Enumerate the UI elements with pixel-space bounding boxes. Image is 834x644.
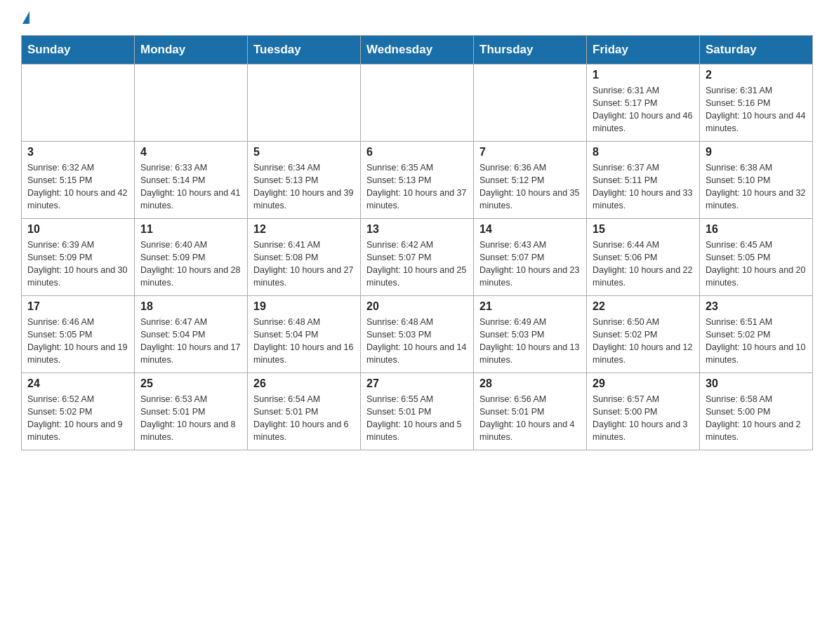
day-info: Sunrise: 6:43 AMSunset: 5:07 PMDaylight:…	[479, 239, 581, 290]
cell-week2-day1: 4Sunrise: 6:33 AMSunset: 5:14 PMDaylight…	[135, 142, 248, 219]
day-info: Sunrise: 6:52 AMSunset: 5:02 PMDaylight:…	[27, 393, 128, 444]
day-number: 23	[706, 300, 807, 313]
cell-week2-day2: 5Sunrise: 6:34 AMSunset: 5:13 PMDaylight…	[248, 142, 361, 219]
cell-week3-day2: 12Sunrise: 6:41 AMSunset: 5:08 PMDayligh…	[248, 219, 361, 296]
day-info: Sunrise: 6:40 AMSunset: 5:09 PMDaylight:…	[140, 239, 241, 290]
cell-week1-day3	[361, 65, 474, 142]
week-row-3: 10Sunrise: 6:39 AMSunset: 5:09 PMDayligh…	[22, 219, 813, 296]
cell-week3-day0: 10Sunrise: 6:39 AMSunset: 5:09 PMDayligh…	[22, 219, 135, 296]
cell-week4-day5: 22Sunrise: 6:50 AMSunset: 5:02 PMDayligh…	[587, 296, 700, 373]
day-number: 10	[27, 223, 128, 236]
day-number: 21	[479, 300, 581, 313]
weekday-header-row: Sunday Monday Tuesday Wednesday Thursday…	[22, 36, 813, 65]
logo	[21, 14, 29, 22]
day-info: Sunrise: 6:39 AMSunset: 5:09 PMDaylight:…	[27, 239, 128, 290]
header-thursday: Thursday	[474, 36, 587, 65]
day-number: 9	[706, 146, 807, 159]
day-info: Sunrise: 6:31 AMSunset: 5:17 PMDaylight:…	[593, 84, 694, 135]
cell-week5-day4: 28Sunrise: 6:56 AMSunset: 5:01 PMDayligh…	[474, 373, 587, 450]
cell-week3-day6: 16Sunrise: 6:45 AMSunset: 5:05 PMDayligh…	[700, 219, 813, 296]
header-friday: Friday	[587, 36, 700, 65]
day-number: 25	[140, 377, 241, 390]
day-number: 28	[479, 377, 581, 390]
day-number: 29	[593, 377, 694, 390]
calendar-table: Sunday Monday Tuesday Wednesday Thursday…	[21, 35, 813, 450]
cell-week4-day3: 20Sunrise: 6:48 AMSunset: 5:03 PMDayligh…	[361, 296, 474, 373]
day-info: Sunrise: 6:41 AMSunset: 5:08 PMDaylight:…	[253, 239, 355, 290]
cell-week5-day1: 25Sunrise: 6:53 AMSunset: 5:01 PMDayligh…	[135, 373, 248, 450]
day-info: Sunrise: 6:32 AMSunset: 5:15 PMDaylight:…	[27, 161, 128, 213]
day-number: 20	[366, 300, 468, 313]
day-info: Sunrise: 6:55 AMSunset: 5:01 PMDaylight:…	[366, 393, 468, 444]
page-header	[21, 14, 813, 22]
day-number: 14	[479, 223, 581, 236]
day-number: 17	[27, 300, 128, 313]
day-info: Sunrise: 6:37 AMSunset: 5:11 PMDaylight:…	[593, 161, 694, 213]
cell-week5-day2: 26Sunrise: 6:54 AMSunset: 5:01 PMDayligh…	[248, 373, 361, 450]
day-number: 27	[366, 377, 468, 390]
cell-week4-day6: 23Sunrise: 6:51 AMSunset: 5:02 PMDayligh…	[700, 296, 813, 373]
day-info: Sunrise: 6:51 AMSunset: 5:02 PMDaylight:…	[706, 316, 807, 367]
cell-week2-day6: 9Sunrise: 6:38 AMSunset: 5:10 PMDaylight…	[700, 142, 813, 219]
week-row-5: 24Sunrise: 6:52 AMSunset: 5:02 PMDayligh…	[22, 373, 813, 450]
cell-week3-day5: 15Sunrise: 6:44 AMSunset: 5:06 PMDayligh…	[587, 219, 700, 296]
day-number: 30	[706, 377, 807, 390]
day-number: 6	[366, 146, 468, 159]
day-number: 8	[593, 146, 694, 159]
logo-triangle-icon	[22, 11, 29, 24]
cell-week5-day6: 30Sunrise: 6:58 AMSunset: 5:00 PMDayligh…	[700, 373, 813, 450]
cell-week2-day5: 8Sunrise: 6:37 AMSunset: 5:11 PMDaylight…	[587, 142, 700, 219]
cell-week2-day0: 3Sunrise: 6:32 AMSunset: 5:15 PMDaylight…	[22, 142, 135, 219]
day-info: Sunrise: 6:46 AMSunset: 5:05 PMDaylight:…	[27, 316, 128, 367]
day-number: 19	[253, 300, 355, 313]
cell-week1-day1	[135, 65, 248, 142]
header-wednesday: Wednesday	[361, 36, 474, 65]
day-number: 5	[253, 146, 355, 159]
cell-week1-day6: 2Sunrise: 6:31 AMSunset: 5:16 PMDaylight…	[700, 65, 813, 142]
cell-week2-day4: 7Sunrise: 6:36 AMSunset: 5:12 PMDaylight…	[474, 142, 587, 219]
day-number: 16	[706, 223, 807, 236]
day-number: 4	[140, 146, 241, 159]
cell-week4-day1: 18Sunrise: 6:47 AMSunset: 5:04 PMDayligh…	[135, 296, 248, 373]
cell-week5-day3: 27Sunrise: 6:55 AMSunset: 5:01 PMDayligh…	[361, 373, 474, 450]
cell-week5-day5: 29Sunrise: 6:57 AMSunset: 5:00 PMDayligh…	[587, 373, 700, 450]
day-number: 24	[27, 377, 128, 390]
day-info: Sunrise: 6:58 AMSunset: 5:00 PMDaylight:…	[706, 393, 807, 444]
day-info: Sunrise: 6:35 AMSunset: 5:13 PMDaylight:…	[366, 161, 468, 213]
week-row-4: 17Sunrise: 6:46 AMSunset: 5:05 PMDayligh…	[22, 296, 813, 373]
day-number: 11	[140, 223, 241, 236]
cell-week1-day0	[22, 65, 135, 142]
cell-week1-day5: 1Sunrise: 6:31 AMSunset: 5:17 PMDaylight…	[587, 65, 700, 142]
day-info: Sunrise: 6:33 AMSunset: 5:14 PMDaylight:…	[140, 161, 241, 213]
cell-week4-day2: 19Sunrise: 6:48 AMSunset: 5:04 PMDayligh…	[248, 296, 361, 373]
cell-week1-day2	[248, 65, 361, 142]
cell-week3-day1: 11Sunrise: 6:40 AMSunset: 5:09 PMDayligh…	[135, 219, 248, 296]
header-tuesday: Tuesday	[248, 36, 361, 65]
day-info: Sunrise: 6:36 AMSunset: 5:12 PMDaylight:…	[479, 161, 581, 213]
week-row-2: 3Sunrise: 6:32 AMSunset: 5:15 PMDaylight…	[22, 142, 813, 219]
cell-week4-day4: 21Sunrise: 6:49 AMSunset: 5:03 PMDayligh…	[474, 296, 587, 373]
header-monday: Monday	[135, 36, 248, 65]
day-info: Sunrise: 6:47 AMSunset: 5:04 PMDaylight:…	[140, 316, 241, 367]
day-number: 2	[706, 69, 807, 81]
cell-week3-day4: 14Sunrise: 6:43 AMSunset: 5:07 PMDayligh…	[474, 219, 587, 296]
day-info: Sunrise: 6:48 AMSunset: 5:04 PMDaylight:…	[253, 316, 355, 367]
cell-week3-day3: 13Sunrise: 6:42 AMSunset: 5:07 PMDayligh…	[361, 219, 474, 296]
day-number: 3	[27, 146, 128, 159]
day-info: Sunrise: 6:31 AMSunset: 5:16 PMDaylight:…	[706, 84, 807, 135]
day-info: Sunrise: 6:45 AMSunset: 5:05 PMDaylight:…	[706, 239, 807, 290]
day-info: Sunrise: 6:56 AMSunset: 5:01 PMDaylight:…	[479, 393, 581, 444]
cell-week5-day0: 24Sunrise: 6:52 AMSunset: 5:02 PMDayligh…	[22, 373, 135, 450]
day-number: 13	[366, 223, 468, 236]
day-info: Sunrise: 6:50 AMSunset: 5:02 PMDaylight:…	[593, 316, 694, 367]
day-info: Sunrise: 6:42 AMSunset: 5:07 PMDaylight:…	[366, 239, 468, 290]
day-number: 22	[593, 300, 694, 313]
day-info: Sunrise: 6:38 AMSunset: 5:10 PMDaylight:…	[706, 161, 807, 213]
day-number: 26	[253, 377, 355, 390]
day-info: Sunrise: 6:57 AMSunset: 5:00 PMDaylight:…	[593, 393, 694, 444]
day-info: Sunrise: 6:54 AMSunset: 5:01 PMDaylight:…	[253, 393, 355, 444]
week-row-1: 1Sunrise: 6:31 AMSunset: 5:17 PMDaylight…	[22, 65, 813, 142]
day-number: 1	[593, 69, 694, 81]
day-number: 12	[253, 223, 355, 236]
day-info: Sunrise: 6:49 AMSunset: 5:03 PMDaylight:…	[479, 316, 581, 367]
